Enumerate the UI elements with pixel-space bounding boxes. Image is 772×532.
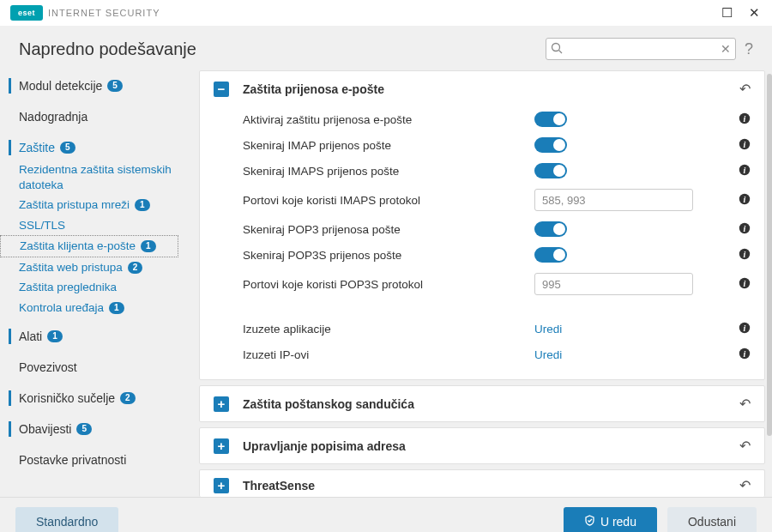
sidebar-item-korisni-ko-su-elje[interactable]: Korisničko sučelje2 (0, 386, 199, 410)
collapse-icon[interactable]: − (214, 82, 229, 97)
svg-text:i: i (744, 139, 746, 148)
setting-row: Aktiviraj zaštitu prijenosa e-poštei (243, 106, 751, 132)
setting-label: Skeniraj IMAP prijenos pošte (243, 139, 534, 152)
email-transport-header[interactable]: − Zaštita prijenosa e-pošte ↶ (200, 71, 764, 106)
revert-icon[interactable]: ↶ (739, 396, 751, 412)
info-icon[interactable]: i (739, 222, 751, 237)
badge: 2 (128, 262, 143, 274)
email-transport-panel: − Zaštita prijenosa e-pošte ↶ Aktiviraj … (199, 70, 765, 380)
setting-label: Aktiviraj zaštitu prijenosa e-pošte (243, 113, 534, 126)
port-input[interactable] (534, 189, 693, 211)
default-button[interactable]: Standardno (15, 507, 118, 533)
info-icon[interactable]: i (739, 138, 751, 153)
info-icon[interactable]: i (739, 277, 751, 292)
expand-icon[interactable]: + (214, 478, 229, 493)
setting-row: Portovi koje koristi POP3S protokoli (243, 268, 751, 300)
ok-button[interactable]: U redu (564, 507, 657, 533)
setting-row: Skeniraj POP3S prijenos poštei (243, 242, 751, 268)
sidebar-item-ssl-tls[interactable]: SSL/TLS (0, 215, 199, 236)
sidebar-item-postavke-privatnosti[interactable]: Postavke privatnosti (0, 448, 199, 472)
setting-label: Portovi koje koristi POP3S protokol (243, 278, 534, 291)
badge: 1 (109, 302, 124, 314)
info-icon[interactable]: i (739, 193, 751, 208)
edit-link[interactable]: Uredi (534, 323, 562, 336)
info-icon[interactable]: i (739, 248, 751, 263)
setting-label: Skeniraj IMAPS prijenos pošte (243, 165, 534, 178)
svg-text:i: i (744, 223, 746, 233)
sidebar-item-modul-detekcije[interactable]: Modul detekcije5 (0, 74, 199, 98)
sidebar-item-za-tita-preglednika[interactable]: Zaštita preglednika (0, 277, 199, 298)
setting-label: Izuzete aplikacije (243, 323, 534, 336)
sidebar-item-za-tite[interactable]: Zaštite5 (0, 136, 199, 160)
toggle-switch[interactable] (534, 112, 567, 127)
panel-title: Upravljanje popisima adresa (243, 439, 406, 453)
sidebar-item-label: Rezidentna zaštita sistemskih datoteka (19, 162, 190, 192)
revert-icon[interactable]: ↶ (739, 438, 751, 454)
port-input[interactable] (534, 273, 693, 295)
help-icon[interactable]: ? (745, 40, 753, 58)
search-input[interactable] (546, 38, 736, 60)
sidebar-item-povezivost[interactable]: Povezivost (0, 355, 199, 379)
sidebar-item-obavijesti[interactable]: Obavijesti5 (0, 417, 199, 441)
product-name: INTERNET SECURITY (48, 8, 160, 18)
cancel-button[interactable]: Odustani (667, 507, 757, 533)
svg-text:i: i (744, 323, 746, 332)
clear-search-icon[interactable]: ✕ (721, 42, 731, 56)
badge: 5 (60, 142, 75, 154)
sidebar-item-label: Kontrola uređaja (19, 300, 104, 316)
scrollbar-thumb[interactable] (767, 74, 772, 436)
info-icon[interactable]: i (739, 322, 751, 336)
sidebar-item-alati[interactable]: Alati1 (0, 324, 199, 348)
scrollbar[interactable] (765, 70, 772, 497)
setting-label: Portovi koje koristi IMAPS protokol (243, 194, 534, 207)
expand-icon[interactable]: + (214, 438, 229, 454)
setting-row: Skeniraj IMAP prijenos poštei (243, 132, 751, 158)
toggle-switch[interactable] (534, 137, 567, 153)
svg-text:i: i (744, 348, 746, 358)
svg-line-1 (558, 51, 562, 54)
sidebar-item-label: Zaštita preglednika (19, 280, 117, 295)
setting-control (534, 163, 702, 178)
revert-icon[interactable]: ↶ (739, 81, 751, 97)
revert-icon[interactable]: ↶ (739, 477, 751, 493)
panel-header[interactable]: +ThreatSense↶ (200, 470, 764, 497)
badge: 1 (141, 240, 156, 252)
panel-header[interactable]: +Zaštita poštanskog sandučića↶ (200, 386, 764, 421)
settings-panel-area: − Zaštita prijenosa e-pošte ↶ Aktiviraj … (199, 70, 772, 497)
info-icon[interactable]: i (739, 112, 751, 127)
setting-label: Skeniraj POP3S prijenos pošte (243, 249, 534, 262)
svg-text:i: i (744, 249, 746, 258)
sidebar-item-za-tita-web-pristupa[interactable]: Zaštita web pristupa2 (0, 257, 199, 278)
sidebar-item-label: Modul detekcije (19, 79, 102, 93)
toggle-switch[interactable] (534, 247, 567, 263)
sidebar-item-za-tita-klijenta-e-po-te[interactable]: Zaštita klijenta e-pošte1 (0, 235, 178, 257)
badge: 5 (107, 80, 123, 92)
info-icon[interactable]: i (739, 164, 751, 178)
search-icon (551, 42, 563, 57)
edit-link[interactable]: Uredi (534, 348, 562, 361)
maximize-button[interactable]: ☐ (719, 5, 734, 21)
toggle-switch[interactable] (534, 221, 567, 237)
close-button[interactable]: ✕ (746, 5, 762, 21)
sidebar-item-label: Zaštite (19, 141, 55, 154)
sidebar-item-label: Obavijesti (19, 422, 71, 436)
setting-row: Portovi koje koristi IMAPS protokoli (243, 184, 751, 216)
setting-control: Uredi (534, 348, 702, 361)
sidebar-item-rezidentna-za-tita-sistemskih-datoteka[interactable]: Rezidentna zaštita sistemskih datoteka (0, 160, 199, 195)
panel-header[interactable]: +Upravljanje popisima adresa↶ (200, 428, 764, 463)
shield-icon (584, 515, 595, 529)
sidebar-item-label: Postavke privatnosti (19, 453, 126, 467)
ok-label: U redu (600, 515, 636, 529)
setting-control (534, 189, 702, 211)
setting-row: Izuzeti IP-oviUredii (243, 342, 751, 367)
info-icon[interactable]: i (739, 348, 751, 362)
sidebar-item-label: Nadogradnja (19, 110, 87, 124)
collapsed-panel: +ThreatSense↶ (199, 469, 765, 497)
sidebar-item-za-tita-pristupa-mre-i[interactable]: Zaštita pristupa mreži1 (0, 195, 199, 215)
toggle-switch[interactable] (534, 163, 567, 178)
sidebar-item-kontrola-ure-aja[interactable]: Kontrola uređaja1 (0, 298, 199, 318)
sidebar-item-nadogradnja[interactable]: Nadogradnja (0, 105, 199, 129)
sidebar: Modul detekcije5NadogradnjaZaštite5Rezid… (0, 70, 199, 497)
setting-control (534, 112, 702, 127)
expand-icon[interactable]: + (214, 396, 229, 412)
